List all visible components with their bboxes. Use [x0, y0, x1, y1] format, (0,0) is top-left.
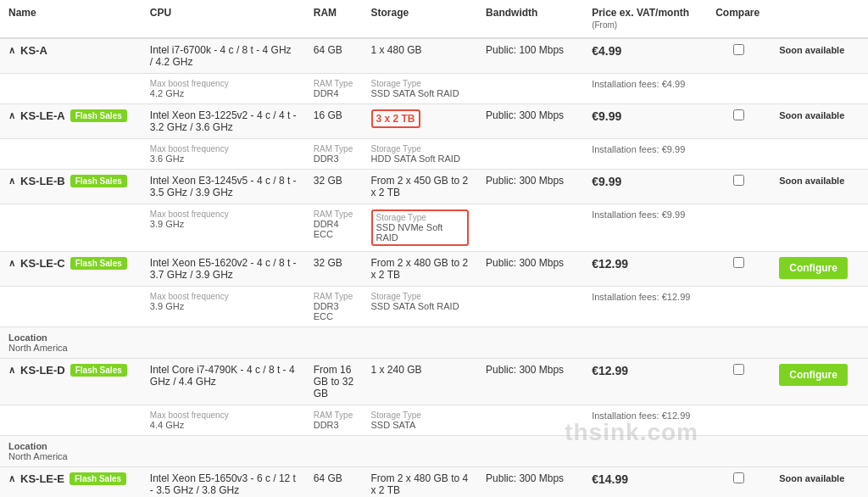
compare-cell[interactable]	[707, 467, 771, 498]
detail-ram-cell: RAM Type DDR3	[305, 139, 363, 170]
table-row: ∧ KS-LE-B Flash Sales Intel Xeon E3-1245…	[0, 170, 868, 204]
detail-ram-val: DDR4 ECC	[314, 219, 354, 239]
flash-badge: Flash Sales	[70, 109, 127, 122]
price-cell: €9.99	[583, 170, 707, 204]
action-cell[interactable]: Soon available	[771, 170, 868, 204]
bandwidth-cell: Public: 300 Mbps	[477, 104, 583, 139]
action-cell[interactable]: Configure	[771, 359, 868, 405]
detail-action-cell	[771, 287, 868, 327]
detail-cpu-label: Max boost frequency	[150, 144, 297, 154]
install-fees: Installation fees: €9.99	[592, 209, 685, 220]
storage-type-val: SSD SATA Soft RAID	[371, 88, 470, 98]
detail-compare-cell	[707, 74, 771, 104]
bandwidth-cell: Public: 300 Mbps	[477, 170, 583, 204]
detail-price-cell: Installation fees: €9.99	[583, 204, 707, 252]
detail-ram-label: RAM Type	[314, 144, 354, 154]
compare-cell[interactable]	[707, 359, 771, 405]
ram-cell: From 16 GB to 32 GB	[305, 359, 363, 405]
cpu-cell: Intel Xeon E5-1620v2 - 4 c / 8 t - 3.7 G…	[142, 252, 305, 287]
col-header-compare: Compare	[707, 0, 771, 38]
ram-cell: 64 GB	[305, 38, 363, 74]
detail-storage-cell: Storage Type SSD NVMe Soft RAID	[363, 204, 478, 252]
action-cell[interactable]: Soon available	[771, 467, 868, 498]
compare-checkbox[interactable]	[733, 44, 744, 55]
action-cell[interactable]: Soon available	[771, 38, 868, 74]
compare-cell[interactable]	[707, 252, 771, 287]
compare-checkbox[interactable]	[733, 109, 744, 120]
storage-highlight: 3 x 2 TB	[371, 109, 420, 128]
cpu-cell: Intel i7-6700k - 4 c / 8 t - 4 GHz / 4.2…	[142, 38, 305, 74]
detail-price-cell: Installation fees: €12.99	[583, 405, 707, 436]
detail-ram-val: DDR3 ECC	[314, 301, 354, 321]
row-arrow[interactable]: ∧	[8, 473, 15, 484]
detail-bandwidth-cell	[477, 204, 583, 252]
detail-storage-cell: Storage Type SSD SATA Soft RAID	[363, 287, 478, 327]
row-arrow[interactable]: ∧	[8, 176, 15, 187]
col-header-storage: Storage	[363, 0, 478, 38]
location-spacer	[142, 436, 868, 467]
compare-checkbox[interactable]	[733, 364, 744, 375]
compare-cell[interactable]	[707, 170, 771, 204]
price-value: €12.99	[592, 364, 628, 377]
storage-value: 1 x 240 GB	[371, 364, 422, 376]
bandwidth-cell: Public: 300 Mbps	[477, 467, 583, 498]
detail-price-cell: Installation fees: €9.99	[583, 139, 707, 170]
compare-cell[interactable]	[707, 38, 771, 74]
storage-type-label: Storage Type	[371, 410, 470, 420]
detail-ram-cell: RAM Type DDR4	[305, 74, 363, 104]
action-cell[interactable]: Soon available	[771, 104, 868, 139]
compare-checkbox[interactable]	[733, 472, 744, 483]
storage-cell: From 2 x 480 GB to 4 x 2 TB	[363, 467, 478, 498]
location-row: Location North America	[0, 436, 868, 467]
detail-bandwidth-cell	[477, 405, 583, 436]
detail-name-cell	[0, 74, 142, 104]
cpu-cell: Intel Xeon E3-1225v2 - 4 c / 4 t - 3.2 G…	[142, 104, 305, 139]
storage-type-val: SSD SATA	[371, 420, 470, 430]
detail-bandwidth-cell	[477, 287, 583, 327]
detail-name-cell	[0, 204, 142, 252]
location-cell: Location North America	[0, 436, 142, 467]
detail-compare-cell	[707, 405, 771, 436]
storage-cell: From 2 x 450 GB to 2 x 2 TB	[363, 170, 478, 204]
storage-type-label: Storage Type	[371, 144, 470, 154]
storage-type-label: Storage Type	[371, 292, 470, 301]
location-value: North America	[8, 343, 133, 353]
ram-cell: 32 GB	[305, 170, 363, 204]
row-arrow[interactable]: ∧	[8, 365, 15, 376]
server-name-cell: ∧ KS-LE-D Flash Sales	[0, 359, 142, 405]
detail-compare-cell	[707, 204, 771, 252]
detail-action-cell	[771, 405, 868, 436]
location-row: Location North America	[0, 327, 868, 359]
server-name-cell: ∧ KS-LE-A Flash Sales	[0, 104, 142, 139]
table-row: ∧ KS-A Intel i7-6700k - 4 c / 8 t - 4 GH…	[0, 38, 868, 74]
col-header-bandwidth: Bandwidth	[477, 0, 583, 38]
flash-badge: Flash Sales	[70, 175, 127, 187]
compare-checkbox[interactable]	[733, 257, 744, 268]
detail-ram-label: RAM Type	[314, 292, 354, 301]
server-id: KS-LE-A	[20, 109, 65, 122]
configure-button[interactable]: Configure	[779, 364, 848, 386]
configure-button[interactable]: Configure	[779, 257, 848, 279]
storage-cell: 3 x 2 TB	[363, 104, 478, 139]
cpu-cell: Intel Core i7-4790K - 4 c / 8 t - 4 GHz …	[142, 359, 305, 405]
row-arrow[interactable]: ∧	[8, 258, 15, 269]
detail-cpu-label: Max boost frequency	[150, 292, 297, 301]
row-arrow[interactable]: ∧	[8, 45, 15, 56]
install-fees: Installation fees: €12.99	[592, 292, 690, 302]
detail-cpu-label: Max boost frequency	[150, 79, 297, 88]
soon-label: Soon available	[779, 110, 844, 120]
action-cell[interactable]: Configure	[771, 252, 868, 287]
detail-price-cell: Installation fees: €12.99	[583, 287, 707, 327]
detail-ram-label: RAM Type	[314, 79, 354, 88]
detail-row: Max boost frequency 3.9 GHz RAM Type DDR…	[0, 204, 868, 252]
ram-cell: 16 GB	[305, 104, 363, 139]
storage-value: 1 x 480 GB	[371, 44, 422, 56]
price-cell: €4.99	[583, 38, 707, 74]
row-arrow[interactable]: ∧	[8, 110, 15, 121]
compare-checkbox[interactable]	[733, 175, 744, 186]
storage-value: From 2 x 480 GB to 4 x 2 TB	[371, 472, 469, 496]
detail-name-cell	[0, 405, 142, 436]
price-value: €14.99	[592, 472, 628, 486]
compare-cell[interactable]	[707, 104, 771, 139]
col-header-name: Name	[0, 0, 142, 38]
